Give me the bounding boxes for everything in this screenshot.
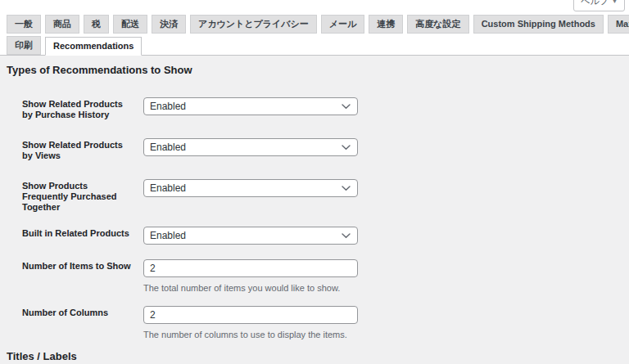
tab-general[interactable]: 一般: [7, 15, 41, 34]
field-label-related-by-purchase-history: Show Related Products by Purchase Histor…: [22, 97, 143, 120]
number-of-items-to-show-input[interactable]: [143, 259, 358, 277]
form-row-number-of-columns: Number of ColumnsThe number of columns t…: [22, 306, 613, 341]
field-description-number-of-items-to-show: The total number of items you would like…: [143, 282, 613, 294]
field-label-number-of-items-to-show: Number of Items to Show: [22, 259, 143, 294]
form-row-built-in-related-products: Built in Related ProductsEnabled: [22, 227, 613, 245]
settings-tabs: 一般商品税配送決済アカウントとプライバシーメール連携高度な設定Custom Sh…: [7, 15, 622, 55]
select-wrap-related-by-purchase-history: Enabled: [143, 97, 358, 115]
tab-print[interactable]: 印刷: [7, 36, 41, 55]
tab-integration[interactable]: 連携: [369, 15, 403, 34]
tab-payments[interactable]: 決済: [152, 15, 186, 34]
select-wrap-frequently-purchased-together: Enabled: [143, 179, 358, 197]
section-title-types: Types of Recommendations to Show: [7, 65, 613, 76]
settings-content: Types of Recommendations to Show Show Re…: [0, 65, 629, 362]
field-label-related-by-views: Show Related Products by Views: [22, 138, 143, 161]
tab-advanced[interactable]: 高度な設定: [407, 15, 468, 34]
form-row-number-of-items-to-show: Number of Items to ShowThe total number …: [22, 259, 613, 294]
field-control-number-of-items-to-show: The total number of items you would like…: [143, 259, 613, 294]
frequently-purchased-together-select[interactable]: Enabled: [143, 179, 358, 197]
field-label-built-in-related-products: Built in Related Products: [22, 227, 143, 245]
select-wrap-related-by-views: Enabled: [143, 138, 358, 156]
tab-emails[interactable]: メール: [321, 15, 365, 34]
field-label-frequently-purchased-together: Show Products Frequently Purchased Toget…: [22, 179, 143, 213]
tab-shipping[interactable]: 配送: [113, 15, 147, 34]
form-row-related-by-views: Show Related Products by ViewsEnabled: [22, 138, 613, 161]
related-by-purchase-history-select[interactable]: Enabled: [143, 97, 358, 115]
related-by-views-select[interactable]: Enabled: [143, 138, 358, 156]
field-control-related-by-purchase-history: Enabled: [143, 97, 613, 120]
settings-header: ヘルプ ▼ 一般商品税配送決済アカウントとプライバシーメール連携高度な設定Cus…: [0, 0, 629, 56]
chevron-down-icon: ▼: [612, 0, 618, 4]
field-control-built-in-related-products: Enabled: [143, 227, 613, 245]
help-button-label: ヘルプ: [581, 0, 609, 7]
select-wrap-built-in-related-products: Enabled: [143, 227, 358, 245]
tab-accounts-privacy[interactable]: アカウントとプライバシー: [190, 15, 317, 34]
form-row-frequently-purchased-together: Show Products Frequently Purchased Toget…: [22, 179, 613, 213]
recommendations-form: Show Related Products by Purchase Histor…: [7, 97, 613, 341]
field-control-related-by-views: Enabled: [143, 138, 613, 161]
section-title-titles-labels: Titles / Labels: [7, 351, 613, 362]
form-row-related-by-purchase-history: Show Related Products by Purchase Histor…: [22, 97, 613, 120]
field-control-frequently-purchased-together: Enabled: [143, 179, 613, 213]
tab-recommendations[interactable]: Recommendations: [45, 37, 142, 56]
tab-products[interactable]: 商品: [45, 15, 79, 34]
tabs-row-2: 印刷Recommendations: [7, 36, 622, 55]
number-of-columns-input[interactable]: [143, 306, 358, 324]
tab-custom-shipping-methods[interactable]: Custom Shipping Methods: [473, 15, 604, 34]
field-description-number-of-columns: The number of columns to use to display …: [143, 329, 613, 341]
tabs-row-1: 一般商品税配送決済アカウントとプライバシーメール連携高度な設定Custom Sh…: [7, 15, 622, 34]
help-button[interactable]: ヘルプ ▼: [573, 0, 625, 11]
tab-maximum-products-per-user[interactable]: Maximum Products per User: [608, 15, 629, 34]
field-label-number-of-columns: Number of Columns: [22, 306, 143, 341]
built-in-related-products-select[interactable]: Enabled: [143, 227, 358, 245]
tab-tax[interactable]: 税: [84, 15, 109, 34]
field-control-number-of-columns: The number of columns to use to display …: [143, 306, 613, 341]
